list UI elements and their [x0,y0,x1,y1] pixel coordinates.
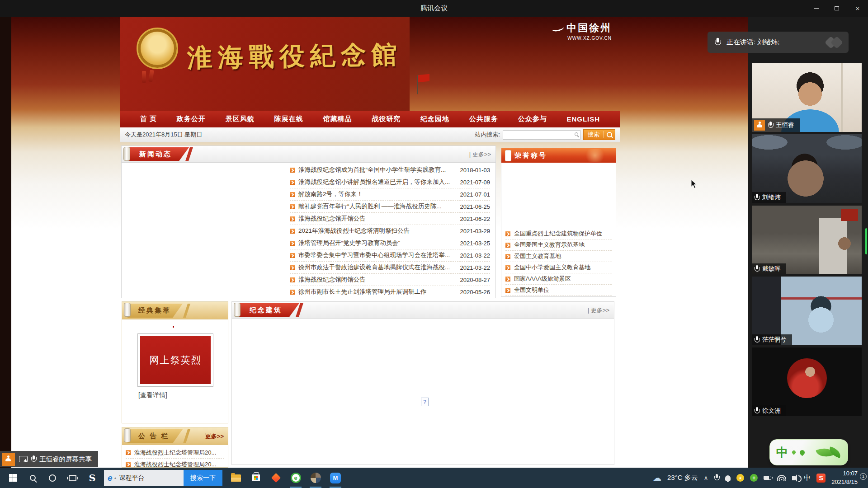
nav-item-4[interactable]: 馆藏精品 [323,115,352,123]
bell-icon[interactable] [725,475,731,481]
memorial-more-link[interactable]: | 更多>> [588,306,609,314]
nav-item-1[interactable]: 政务公开 [177,115,206,123]
photos-app-button[interactable] [306,468,326,488]
notice-header: 公 告 栏 更多>> [122,427,228,445]
item-title: 全国重点烈士纪念建筑物保护单位 [514,230,612,238]
cortana-button[interactable] [42,468,62,488]
site-search-button[interactable]: 搜索 [583,129,615,140]
site-search-label: 站内搜索: [475,131,500,139]
browser-360-button[interactable]: e [286,468,306,488]
list-item[interactable]: 淮海战役烈士纪念塔管理局20... [126,447,224,459]
maximize-button[interactable] [826,0,847,17]
nav-item-6[interactable]: 纪念园地 [420,115,449,123]
list-item[interactable]: 淮海战役纪念馆小讲解员报名通道已开启，等你来加入...2021-07-09 [290,176,490,188]
start-button[interactable] [3,468,23,488]
plus-app-icon[interactable]: + [750,474,758,482]
list-item[interactable]: 淮海战役纪念馆闭馆公告2020-08-27 [290,274,490,286]
star-app-icon[interactable]: ★ [736,474,744,482]
diamond-app-button[interactable] [266,468,286,488]
list-item[interactable]: 徐州市副市长王先正到淮塔管理局开展调研工作2020-05-26 [290,286,490,298]
sogou-icon[interactable]: S [816,474,826,483]
speaking-text: 正在讲话: 刘绪炜; [726,38,780,47]
photos-icon [311,473,321,483]
person-icon [757,122,762,129]
ms-store-button[interactable] [246,468,266,488]
nav-item-7[interactable]: 公共服务 [469,115,498,123]
ime-indicator[interactable]: 中 [804,474,811,482]
seewo-app-button[interactable]: S [82,468,102,488]
nav-item-0[interactable]: 首 页 [140,115,157,123]
online-memorial-image[interactable]: 网上祭英烈 [137,333,213,387]
notice-more-link[interactable]: 更多>> [205,432,224,441]
sidebar-scrollbar[interactable] [865,228,867,254]
band-search-button[interactable]: 搜索一下 [184,470,222,486]
system-tray: ☁ 23°C 多云 ∧ ★ + 中 S 10:07 2021/8/15 1 [653,469,868,486]
list-item[interactable]: 爱国主义教育基地 [505,251,612,262]
taskbar-search-band[interactable]: e ▲ 课程平台 搜索一下 [104,470,222,486]
broken-image-icon: ? [421,398,429,406]
site-search-input[interactable] [503,130,580,140]
weather-text[interactable]: 23°C 多云 [667,474,698,482]
list-item[interactable]: 淮海战役纪念馆成为首批“全国中小学生研学实践教育...2018-01-03 [290,164,490,176]
bullet-arrow-icon [290,216,295,221]
nav-item-8[interactable]: 公众参与 [518,115,547,123]
participant-tile[interactable]: 王恒睿 [752,63,862,132]
weather-cloud-icon[interactable]: ☁ [653,473,661,483]
list-item[interactable]: 国家AAAA级旅游景区 [505,273,612,285]
sharing-user-badge [754,120,765,131]
tencent-meeting-button[interactable]: M [326,468,345,488]
ie-icon: e [108,473,113,483]
item-title: 淮海战役纪念馆成为首批“全国中小学生研学实践教育... [298,166,454,174]
list-item[interactable]: 淮塔管理局召开“党史学习教育动员会”2021-03-25 [290,237,490,249]
classic-section: 经典集萃 网上祭英烈 [查看详情] [122,301,228,423]
view-details-link[interactable]: [查看详情] [138,391,167,399]
item-title: 2021年淮海战役烈士纪念塔清明祭扫公告 [298,227,454,235]
nav-item-9[interactable]: ENGLISH [566,115,600,123]
banner-left: 淮海戰役紀念館 [120,17,410,111]
memorial-emblem-icon [137,28,178,69]
honor-header: 荣誉称号 [501,148,616,163]
wifi-icon[interactable] [777,475,786,481]
minimize-button[interactable] [806,0,826,17]
taskbar-search-button[interactable] [23,468,42,488]
battery-icon[interactable] [764,476,771,480]
news-more-link[interactable]: | 更多>> [469,150,491,159]
window-titlebar: 腾讯会议 × [0,0,868,17]
participant-name: 王恒睿 [776,121,794,129]
list-item[interactable]: 全国文明单位 [505,285,612,296]
list-item[interactable]: 淮海战役纪念馆开馆公告2021-06-22 [290,213,490,225]
list-item[interactable]: 市委常委会集中学习暨市委中心组现场学习会在淮塔举...2021-03-22 [290,249,490,262]
list-item[interactable]: 徐州市政法干警政治建设教育基地揭牌仪式在淮海战役...2021-03-22 [290,262,490,274]
assistant-widget[interactable]: 中 [769,439,848,465]
band-query-text[interactable]: 课程平台 [119,474,184,482]
file-explorer-button[interactable] [226,468,246,488]
item-date: 2021-06-22 [454,216,490,222]
list-item[interactable]: 解放南路2号，等你来！2021-07-01 [290,188,490,201]
participant-tile[interactable]: 茫茫惘兮 [752,277,862,345]
nav-item-5[interactable]: 战役研究 [372,115,401,123]
diamond-icon [271,473,280,483]
taskbar-clock[interactable]: 10:07 2021/8/15 [831,469,858,486]
list-item[interactable]: 全国重点烈士纪念建筑物保护单位 [505,228,612,239]
list-item[interactable]: 全国爱国主义教育示范基地 [505,239,612,251]
participant-tile[interactable]: 徐文洲 [752,347,862,416]
list-item[interactable]: 献礼建党百年举行“人民的胜利 ——淮海战役历史陈...2021-06-25 [290,201,490,213]
list-item[interactable]: 全国中小学爱国主义教育基地 [505,262,612,273]
bullet-arrow-icon [505,277,510,282]
tassel-icon [148,70,154,82]
volume-icon[interactable] [792,476,795,480]
avatar [787,358,827,398]
list-item[interactable]: 淮海战役烈士纪念塔管理局20... [126,459,224,468]
task-view-button[interactable] [62,468,82,488]
xuzhou-gov-badge[interactable]: 中国徐州 WWW.XZ.GOV.CN [552,21,612,41]
nav-item-2[interactable]: 景区风貌 [226,115,255,123]
mic-tray-icon[interactable] [714,474,719,482]
nav-item-3[interactable]: 陈展在线 [274,115,303,123]
participant-tile[interactable]: 戴敏晖 [752,206,862,274]
hidden-icons-chevron[interactable]: ∧ [704,474,708,481]
participant-tile[interactable]: 刘绪炜 [752,134,862,203]
close-button[interactable]: × [847,0,868,17]
list-item[interactable]: 2021年淮海战役烈士纪念塔清明祭扫公告2021-03-29 [290,225,490,237]
mic-icon [768,122,773,129]
item-title: 淮塔管理局召开“党史学习教育动员会” [298,239,454,247]
